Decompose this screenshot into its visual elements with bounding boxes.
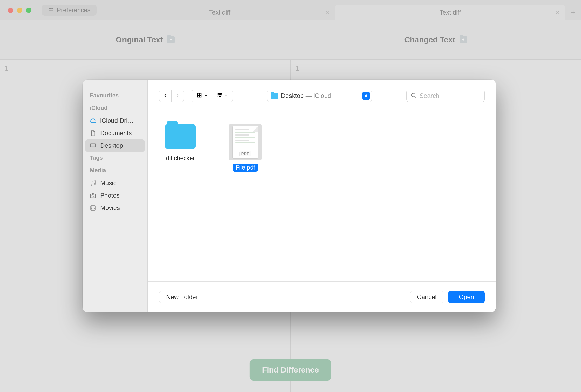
dialog-sidebar: Favourites iCloud iCloud Dri… Documents …	[83, 80, 148, 312]
window-titlebar: Preferences Text diff × Text diff × +	[0, 0, 581, 20]
nav-forward-button[interactable]	[171, 90, 184, 102]
sidebar-item-icloud-drive[interactable]: iCloud Dri…	[85, 114, 145, 127]
sidebar-item-desktop[interactable]: Desktop	[85, 139, 145, 152]
panel-headers: Original Text + Changed Text +	[0, 20, 581, 59]
svg-rect-9	[200, 93, 201, 95]
folder-item[interactable]: diffchecker	[162, 124, 199, 162]
tab-item[interactable]: Text diff ×	[104, 5, 335, 20]
changed-text-header: Changed Text +	[290, 35, 581, 44]
tab-item[interactable]: Text diff ×	[335, 5, 565, 20]
svg-rect-16	[219, 96, 221, 97]
file-item[interactable]: PDF File.pdf	[227, 124, 264, 172]
camera-icon	[89, 192, 97, 199]
file-icon: PDF	[229, 124, 262, 160]
close-icon[interactable]: ×	[325, 9, 329, 16]
open-button[interactable]: Open	[448, 291, 485, 303]
cloud-icon	[89, 117, 97, 124]
chevron-down-icon	[225, 93, 228, 98]
preferences-label: Preferences	[57, 6, 90, 14]
svg-rect-15	[218, 96, 219, 97]
svg-rect-11	[200, 96, 201, 97]
sidebar-item-label: Movies	[100, 204, 120, 212]
changed-text-label: Changed Text	[404, 35, 455, 44]
svg-point-6	[92, 195, 94, 197]
sidebar-item-documents[interactable]: Documents	[85, 127, 145, 139]
sidebar-item-movies[interactable]: Movies	[85, 202, 145, 214]
document-icon	[89, 130, 97, 137]
find-difference-button[interactable]: Find Difference	[250, 359, 331, 381]
folder-icon	[165, 124, 196, 149]
sidebar-item-label: iCloud Dri…	[100, 117, 134, 124]
dialog-footer: New Folder Cancel Open	[148, 281, 496, 312]
grid-group-icon	[217, 92, 223, 99]
group-view-button[interactable]	[212, 90, 233, 102]
sidebar-section-media: Media	[83, 164, 147, 177]
add-file-icon[interactable]: +	[460, 36, 467, 43]
preferences-button[interactable]: Preferences	[42, 5, 97, 16]
sidebar-item-label: Desktop	[100, 142, 123, 149]
traffic-lights	[8, 8, 31, 13]
window-zoom-button[interactable]	[26, 8, 31, 13]
svg-rect-14	[221, 94, 222, 95]
sidebar-item-photos[interactable]: Photos	[85, 189, 145, 202]
sidebar-item-label: Music	[100, 179, 117, 187]
window-minimize-button[interactable]	[17, 8, 22, 13]
sidebar-section-icloud: iCloud	[83, 102, 147, 114]
svg-point-1	[50, 10, 51, 11]
pdf-badge: PDF	[240, 151, 251, 156]
svg-rect-10	[198, 96, 199, 97]
dropdown-stepper-icon	[362, 92, 370, 100]
desktop-icon	[89, 142, 97, 149]
nav-back-button[interactable]	[159, 90, 172, 102]
tab-bar: Text diff × Text diff × +	[104, 5, 581, 20]
location-dropdown[interactable]: Desktop — iCloud	[267, 90, 372, 102]
icon-view-button[interactable]	[192, 90, 212, 102]
original-text-header: Original Text +	[0, 35, 290, 44]
search-icon	[411, 92, 416, 99]
dialog-main: Desktop — iCloud diffchecker PDF	[148, 80, 496, 312]
svg-rect-7	[91, 206, 95, 210]
open-file-dialog: Favourites iCloud iCloud Dri… Documents …	[83, 80, 496, 312]
svg-rect-12	[218, 94, 219, 95]
new-folder-button[interactable]: New Folder	[159, 291, 205, 303]
svg-point-4	[94, 184, 95, 185]
svg-rect-2	[90, 144, 96, 147]
svg-point-3	[91, 184, 92, 185]
svg-point-18	[412, 93, 415, 97]
music-icon	[89, 179, 97, 187]
chevron-down-icon	[204, 93, 207, 98]
file-grid[interactable]: diffchecker PDF File.pdf	[148, 112, 496, 281]
window-close-button[interactable]	[8, 8, 13, 13]
sidebar-item-label: Documents	[100, 130, 132, 137]
tab-label: Text diff	[440, 9, 461, 16]
item-label: diffchecker	[164, 154, 198, 162]
svg-point-0	[51, 8, 52, 9]
svg-rect-13	[219, 94, 221, 95]
sidebar-section-tags: Tags	[83, 152, 147, 164]
original-text-label: Original Text	[116, 35, 163, 44]
search-field[interactable]	[406, 90, 485, 102]
add-file-icon[interactable]: +	[167, 36, 175, 43]
film-icon	[89, 204, 97, 212]
search-input[interactable]	[420, 92, 480, 99]
item-label: File.pdf	[233, 164, 258, 172]
svg-rect-8	[198, 93, 199, 95]
folder-icon	[271, 93, 278, 99]
sidebar-section-favourites: Favourites	[83, 90, 147, 102]
location-name: Desktop — iCloud	[281, 92, 331, 99]
svg-rect-17	[221, 96, 222, 97]
new-tab-button[interactable]: +	[565, 5, 581, 20]
sidebar-item-music[interactable]: Music	[85, 177, 145, 189]
tab-label: Text diff	[209, 9, 230, 16]
line-number: 1	[5, 65, 8, 72]
view-mode-group	[192, 90, 233, 102]
grid-icon	[197, 92, 202, 99]
cancel-button[interactable]: Cancel	[410, 291, 444, 303]
close-icon[interactable]: ×	[556, 9, 560, 16]
line-number: 1	[295, 65, 299, 72]
sliders-icon	[48, 6, 54, 14]
dialog-toolbar: Desktop — iCloud	[148, 80, 496, 112]
sidebar-item-label: Photos	[100, 192, 120, 199]
